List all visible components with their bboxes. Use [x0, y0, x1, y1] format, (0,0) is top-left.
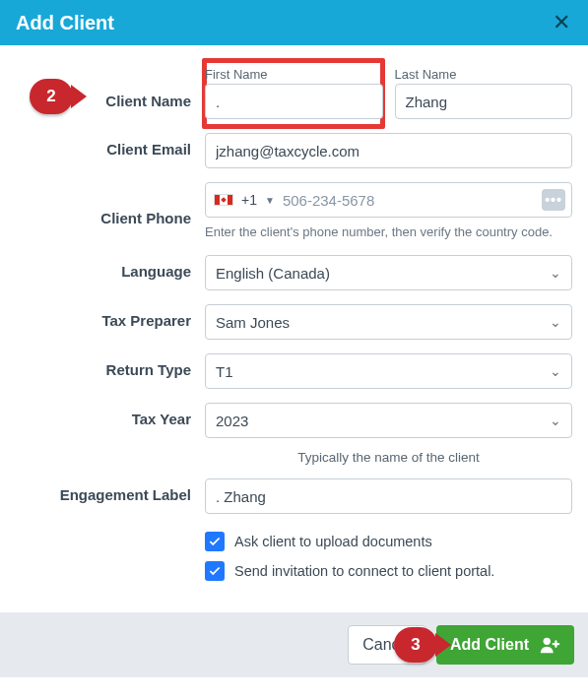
row-tax-preparer: Tax Preparer Sam Jones ⌄	[16, 304, 572, 340]
tax-year-select[interactable]: 2023 ⌄	[205, 403, 572, 438]
tax-year-value: 2023	[216, 413, 248, 429]
user-plus-icon	[539, 634, 560, 656]
add-client-button[interactable]: Add Client	[436, 625, 574, 665]
add-client-dialog: 2 Add Client ✕ Client Name First Name La…	[0, 0, 588, 677]
label-engagement: Engagement Label	[16, 478, 205, 503]
row-engagement-label: Engagement Label	[16, 478, 572, 514]
hint-phone: Enter the client's phone number, then ve…	[205, 223, 572, 241]
return-type-value: T1	[216, 363, 233, 380]
label-first-name: First Name	[205, 67, 383, 82]
dialog-titlebar: Add Client ✕	[0, 0, 588, 45]
dialog-body: Client Name First Name Last Name Client …	[0, 45, 588, 612]
chevron-down-icon: ⌄	[550, 363, 561, 379]
dialog-title: Add Client	[16, 12, 114, 34]
callout-step-2: 2	[30, 79, 73, 114]
chevron-down-icon[interactable]: ▼	[265, 195, 275, 206]
label-tax-preparer: Tax Preparer	[16, 304, 205, 329]
phone-more-icon[interactable]: •••	[542, 189, 565, 211]
tax-preparer-value: Sam Jones	[216, 314, 290, 331]
checkbox-send-invite-label: Send invitation to connect to client por…	[234, 563, 494, 579]
checkbox-upload-docs[interactable]	[205, 532, 225, 551]
engagement-label-input[interactable]	[205, 478, 572, 514]
row-tax-year: Tax Year 2023 ⌄	[16, 403, 572, 438]
flag-canada-icon[interactable]	[214, 194, 233, 206]
row-options: Ask client to upload documents Send invi…	[16, 528, 572, 591]
label-client-phone: Client Phone	[16, 182, 205, 226]
first-name-input[interactable]	[205, 84, 383, 119]
add-client-button-label: Add Client	[450, 636, 529, 654]
checkbox-upload-docs-label: Ask client to upload documents	[234, 534, 432, 549]
label-return-type: Return Type	[16, 353, 205, 378]
check-icon	[208, 535, 222, 548]
tax-preparer-select[interactable]: Sam Jones ⌄	[205, 304, 572, 340]
chevron-down-icon: ⌄	[550, 314, 561, 330]
phone-input-group: +1 ▼ 506-234-5678 •••	[205, 182, 572, 218]
hint-engagement: Typically the name of the client	[205, 450, 572, 465]
row-client-email: Client Email	[16, 133, 572, 168]
language-select[interactable]: English (Canada) ⌄	[205, 255, 572, 290]
callout-step-3: 3	[394, 627, 437, 663]
row-client-phone: Client Phone +1 ▼ 506-234-5678 ••• Enter…	[16, 182, 572, 241]
check-icon	[208, 564, 222, 578]
return-type-select[interactable]: T1 ⌄	[205, 353, 572, 389]
chevron-down-icon: ⌄	[550, 413, 561, 428]
email-input[interactable]	[205, 133, 572, 168]
checkbox-send-invite[interactable]	[205, 561, 225, 581]
dial-code[interactable]: +1	[241, 192, 257, 208]
row-return-type: Return Type T1 ⌄	[16, 353, 572, 389]
chevron-down-icon: ⌄	[550, 265, 561, 281]
language-value: English (Canada)	[216, 265, 330, 282]
row-language: Language English (Canada) ⌄	[16, 255, 572, 290]
label-language: Language	[16, 255, 205, 280]
phone-number-input[interactable]: 506-234-5678	[283, 192, 534, 209]
close-icon[interactable]: ✕	[549, 8, 574, 37]
svg-point-0	[544, 638, 551, 645]
dialog-footer: 3 Cancel Add Client	[0, 612, 588, 677]
label-last-name: Last Name	[395, 67, 573, 82]
label-client-email: Client Email	[16, 133, 205, 158]
last-name-input[interactable]	[395, 84, 573, 119]
label-tax-year: Tax Year	[16, 403, 205, 427]
row-client-name: Client Name First Name Last Name	[16, 67, 572, 119]
